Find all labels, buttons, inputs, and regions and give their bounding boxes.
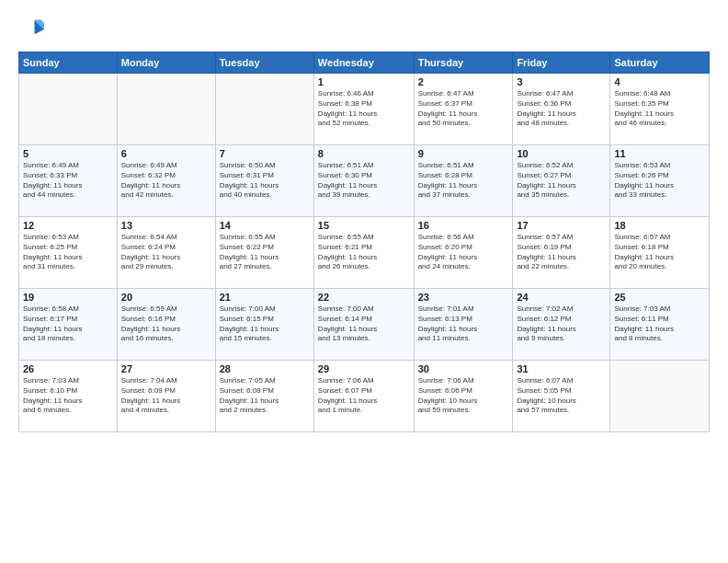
day-number: 8 <box>318 148 410 159</box>
day-info: Sunrise: 6:53 AM Sunset: 6:26 PM Dayligh… <box>614 161 705 201</box>
day-number: 5 <box>23 148 113 159</box>
page-header <box>18 17 710 42</box>
day-number: 27 <box>121 363 211 374</box>
day-number: 18 <box>614 220 705 231</box>
day-info: Sunrise: 7:05 AM Sunset: 6:08 PM Dayligh… <box>220 376 310 416</box>
calendar-cell: 5Sunrise: 6:49 AM Sunset: 6:33 PM Daylig… <box>19 145 118 217</box>
day-info: Sunrise: 7:03 AM Sunset: 6:11 PM Dayligh… <box>614 304 705 344</box>
day-number: 12 <box>23 220 113 231</box>
logo-icon <box>18 17 44 42</box>
day-number: 2 <box>418 76 509 87</box>
day-info: Sunrise: 6:47 AM Sunset: 6:37 PM Dayligh… <box>418 89 509 129</box>
day-info: Sunrise: 6:56 AM Sunset: 6:20 PM Dayligh… <box>418 233 509 272</box>
day-info: Sunrise: 6:53 AM Sunset: 6:25 PM Dayligh… <box>23 233 113 272</box>
calendar-cell <box>19 74 118 145</box>
weekday-header: Sunday <box>19 52 118 74</box>
day-info: Sunrise: 7:04 AM Sunset: 6:09 PM Dayligh… <box>121 376 211 416</box>
weekday-header: Monday <box>117 52 215 74</box>
day-number: 29 <box>318 363 410 374</box>
day-info: Sunrise: 6:52 AM Sunset: 6:27 PM Dayligh… <box>517 161 606 201</box>
weekday-header-row: SundayMondayTuesdayWednesdayThursdayFrid… <box>19 52 710 74</box>
calendar-week-row: 1Sunrise: 6:46 AM Sunset: 6:38 PM Daylig… <box>19 74 710 145</box>
day-info: Sunrise: 6:51 AM Sunset: 6:30 PM Dayligh… <box>318 161 410 201</box>
calendar-cell: 16Sunrise: 6:56 AM Sunset: 6:20 PM Dayli… <box>414 217 513 289</box>
day-info: Sunrise: 7:06 AM Sunset: 6:06 PM Dayligh… <box>418 376 509 416</box>
calendar-week-row: 12Sunrise: 6:53 AM Sunset: 6:25 PM Dayli… <box>19 217 710 289</box>
weekday-header: Thursday <box>414 52 513 74</box>
day-number: 11 <box>614 148 705 159</box>
calendar-cell: 9Sunrise: 6:51 AM Sunset: 6:28 PM Daylig… <box>414 145 513 217</box>
calendar-cell: 2Sunrise: 6:47 AM Sunset: 6:37 PM Daylig… <box>414 74 513 145</box>
day-info: Sunrise: 6:48 AM Sunset: 6:35 PM Dayligh… <box>614 89 705 129</box>
day-number: 30 <box>418 363 509 374</box>
calendar-cell: 8Sunrise: 6:51 AM Sunset: 6:30 PM Daylig… <box>313 145 414 217</box>
calendar-cell <box>610 361 710 432</box>
calendar-cell: 28Sunrise: 7:05 AM Sunset: 6:08 PM Dayli… <box>215 361 313 432</box>
logo <box>18 17 48 42</box>
day-info: Sunrise: 6:55 AM Sunset: 6:22 PM Dayligh… <box>220 233 310 272</box>
day-info: Sunrise: 7:03 AM Sunset: 6:10 PM Dayligh… <box>23 376 113 416</box>
day-info: Sunrise: 7:02 AM Sunset: 6:12 PM Dayligh… <box>517 304 606 344</box>
calendar-cell: 11Sunrise: 6:53 AM Sunset: 6:26 PM Dayli… <box>610 145 710 217</box>
calendar-cell: 3Sunrise: 6:47 AM Sunset: 6:36 PM Daylig… <box>513 74 610 145</box>
calendar-cell: 12Sunrise: 6:53 AM Sunset: 6:25 PM Dayli… <box>19 217 118 289</box>
day-number: 9 <box>418 148 509 159</box>
calendar-cell: 18Sunrise: 6:57 AM Sunset: 6:18 PM Dayli… <box>610 217 710 289</box>
calendar-cell: 1Sunrise: 6:46 AM Sunset: 6:38 PM Daylig… <box>313 74 414 145</box>
day-number: 14 <box>220 220 310 231</box>
day-number: 19 <box>23 292 113 303</box>
day-info: Sunrise: 6:07 AM Sunset: 5:05 PM Dayligh… <box>517 376 606 416</box>
day-info: Sunrise: 6:55 AM Sunset: 6:21 PM Dayligh… <box>318 233 410 272</box>
day-number: 1 <box>318 76 410 87</box>
calendar-week-row: 5Sunrise: 6:49 AM Sunset: 6:33 PM Daylig… <box>19 145 710 217</box>
day-number: 3 <box>517 76 606 87</box>
day-info: Sunrise: 6:50 AM Sunset: 6:31 PM Dayligh… <box>220 161 310 201</box>
calendar: SundayMondayTuesdayWednesdayThursdayFrid… <box>18 52 710 432</box>
day-number: 23 <box>418 292 509 303</box>
day-info: Sunrise: 6:51 AM Sunset: 6:28 PM Dayligh… <box>418 161 509 201</box>
weekday-header: Wednesday <box>313 52 414 74</box>
day-number: 24 <box>517 292 606 303</box>
calendar-cell: 29Sunrise: 7:06 AM Sunset: 6:07 PM Dayli… <box>313 361 414 432</box>
calendar-cell: 31Sunrise: 6:07 AM Sunset: 5:05 PM Dayli… <box>513 361 610 432</box>
day-info: Sunrise: 6:47 AM Sunset: 6:36 PM Dayligh… <box>517 89 606 129</box>
day-number: 26 <box>23 363 113 374</box>
day-number: 31 <box>517 363 606 374</box>
day-info: Sunrise: 6:57 AM Sunset: 6:19 PM Dayligh… <box>517 233 606 272</box>
calendar-cell: 25Sunrise: 7:03 AM Sunset: 6:11 PM Dayli… <box>610 289 710 361</box>
day-number: 22 <box>318 292 410 303</box>
calendar-cell: 15Sunrise: 6:55 AM Sunset: 6:21 PM Dayli… <box>313 217 414 289</box>
weekday-header: Saturday <box>610 52 710 74</box>
day-info: Sunrise: 6:59 AM Sunset: 6:16 PM Dayligh… <box>121 304 211 344</box>
weekday-header: Tuesday <box>215 52 313 74</box>
calendar-cell: 19Sunrise: 6:58 AM Sunset: 6:17 PM Dayli… <box>19 289 118 361</box>
weekday-header: Friday <box>513 52 610 74</box>
day-number: 16 <box>418 220 509 231</box>
calendar-cell: 26Sunrise: 7:03 AM Sunset: 6:10 PM Dayli… <box>19 361 118 432</box>
calendar-cell: 21Sunrise: 7:00 AM Sunset: 6:15 PM Dayli… <box>215 289 313 361</box>
calendar-cell <box>117 74 215 145</box>
calendar-week-row: 26Sunrise: 7:03 AM Sunset: 6:10 PM Dayli… <box>19 361 710 432</box>
day-number: 25 <box>614 292 705 303</box>
day-info: Sunrise: 6:54 AM Sunset: 6:24 PM Dayligh… <box>121 233 211 272</box>
day-number: 15 <box>318 220 410 231</box>
calendar-body: 1Sunrise: 6:46 AM Sunset: 6:38 PM Daylig… <box>19 74 710 432</box>
day-info: Sunrise: 6:49 AM Sunset: 6:32 PM Dayligh… <box>121 161 211 201</box>
day-number: 28 <box>220 363 310 374</box>
day-info: Sunrise: 7:00 AM Sunset: 6:14 PM Dayligh… <box>318 304 410 344</box>
day-number: 7 <box>220 148 310 159</box>
day-info: Sunrise: 6:58 AM Sunset: 6:17 PM Dayligh… <box>23 304 113 344</box>
day-number: 6 <box>121 148 211 159</box>
calendar-cell: 7Sunrise: 6:50 AM Sunset: 6:31 PM Daylig… <box>215 145 313 217</box>
day-number: 17 <box>517 220 606 231</box>
day-number: 10 <box>517 148 606 159</box>
calendar-cell: 4Sunrise: 6:48 AM Sunset: 6:35 PM Daylig… <box>610 74 710 145</box>
calendar-cell <box>215 74 313 145</box>
calendar-week-row: 19Sunrise: 6:58 AM Sunset: 6:17 PM Dayli… <box>19 289 710 361</box>
day-info: Sunrise: 6:49 AM Sunset: 6:33 PM Dayligh… <box>23 161 113 201</box>
day-info: Sunrise: 7:00 AM Sunset: 6:15 PM Dayligh… <box>220 304 310 344</box>
calendar-cell: 23Sunrise: 7:01 AM Sunset: 6:13 PM Dayli… <box>414 289 513 361</box>
calendar-cell: 13Sunrise: 6:54 AM Sunset: 6:24 PM Dayli… <box>117 217 215 289</box>
calendar-cell: 10Sunrise: 6:52 AM Sunset: 6:27 PM Dayli… <box>513 145 610 217</box>
day-info: Sunrise: 7:01 AM Sunset: 6:13 PM Dayligh… <box>418 304 509 344</box>
